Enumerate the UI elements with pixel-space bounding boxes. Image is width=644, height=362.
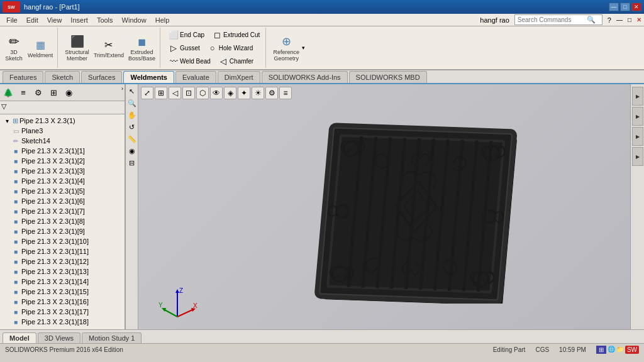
- tab-weldments[interactable]: Weldments: [123, 71, 174, 83]
- tool-more-chevron[interactable]: ›: [121, 85, 123, 99]
- tree-item-pipe-15[interactable]: ■ Pipe 21.3 X 2.3(1)[15]: [10, 287, 123, 297]
- vp-zoom-area[interactable]: ⊞: [155, 87, 167, 99]
- tree-item-pipe-14[interactable]: ■ Pipe 21.3 X 2.3(1)[14]: [10, 277, 123, 287]
- tab-evaluate[interactable]: Evaluate: [175, 71, 216, 83]
- tab-sketch[interactable]: Sketch: [45, 71, 80, 83]
- left-tool-select[interactable]: ↖: [126, 85, 138, 97]
- vp-zoom-fit[interactable]: ⤢: [141, 87, 153, 99]
- more-tools-chevron[interactable]: ▾: [302, 45, 305, 51]
- right-panel-scenes[interactable]: ▶: [632, 107, 643, 126]
- tree-item-pipe-7[interactable]: ■ Pipe 21.3 X 2.3(1)[7]: [10, 206, 123, 216]
- tab-solidworks-mbd[interactable]: SOLIDWORKS MBD: [349, 71, 427, 83]
- tool-property-manager[interactable]: ≡: [16, 85, 30, 99]
- tool-feature-manager[interactable]: 🌲: [1, 85, 15, 99]
- menu-view[interactable]: View: [43, 15, 66, 25]
- taskbar-ie[interactable]: 🌐: [608, 346, 615, 354]
- vp-render[interactable]: ✦: [238, 87, 250, 99]
- bottom-tab-motion-study[interactable]: Motion Study 1: [82, 332, 142, 343]
- tab-solidworks-addins[interactable]: SOLIDWORKS Add-Ins: [262, 71, 348, 83]
- vp-view-orient[interactable]: ⬡: [196, 87, 209, 99]
- tree-item-pipe-5[interactable]: ■ Pipe 21.3 X 2.3(1)[5]: [10, 186, 123, 196]
- menu-insert[interactable]: Insert: [67, 15, 92, 25]
- tree-item-pipe-12[interactable]: ■ Pipe 21.3 X 2.3(1)[12]: [10, 256, 123, 266]
- tree-item-pipe-19[interactable]: ■ Pipe 21.3 X 2.3(1)[19]: [10, 327, 123, 329]
- tree-item-pipe-1[interactable]: ■ Pipe 21.3 X 2.3(1)[1]: [10, 146, 123, 156]
- tree-item-sketch14[interactable]: ✏ Sketch14: [10, 136, 123, 146]
- left-tool-measure[interactable]: 📏: [126, 133, 138, 145]
- tree-item-pipe-13[interactable]: ■ Pipe 21.3 X 2.3(1)[13]: [10, 266, 123, 277]
- toolbar-extruded-boss[interactable]: ◼ ExtrudedBoss/Base: [126, 32, 157, 63]
- toolbar-3dsketch[interactable]: ✏ 3DSketch: [3, 32, 25, 63]
- vp-more[interactable]: ≡: [279, 87, 292, 99]
- tree-item-pipe-8[interactable]: ■ Pipe 21.3 X 2.3(1)[8]: [10, 216, 123, 226]
- taskbar-start[interactable]: ⊞: [596, 346, 606, 354]
- toolbar-trim-extend[interactable]: ✂ Trim/Extend: [92, 35, 126, 60]
- tool-dim-xpert-manager[interactable]: ⊞: [47, 85, 60, 99]
- toolbar-reference-geometry[interactable]: ⊕ ReferenceGeometry: [271, 32, 301, 63]
- menu-tools[interactable]: Tools: [93, 15, 117, 25]
- bottom-tab-3dviews[interactable]: 3D Views: [38, 332, 80, 343]
- left-tool-rotate[interactable]: ↺: [126, 121, 138, 133]
- tree-item-pipe-10[interactable]: ■ Pipe 21.3 X 2.3(1)[10]: [10, 236, 123, 246]
- tree-item-pipe-11[interactable]: ■ Pipe 21.3 X 2.3(1)[11]: [10, 246, 123, 256]
- tree-item-pipe-4[interactable]: ■ Pipe 21.3 X 2.3(1)[4]: [10, 176, 123, 186]
- window-controls[interactable]: — □ ✕: [609, 3, 641, 11]
- left-tool-appearance[interactable]: ◉: [126, 145, 138, 156]
- right-panel-appearances[interactable]: ▶: [632, 87, 643, 106]
- tool-display-manager[interactable]: ◉: [62, 85, 75, 99]
- help-icon[interactable]: ?: [608, 16, 611, 24]
- tree-item-pipe-6[interactable]: ■ Pipe 21.3 X 2.3(1)[6]: [10, 196, 123, 206]
- minimize-button[interactable]: —: [609, 3, 619, 11]
- right-panel-decals[interactable]: ▶: [632, 127, 643, 146]
- toolbar-chamfer[interactable]: ◁ Chamfer: [215, 55, 257, 67]
- taskbar-sw[interactable]: SW: [625, 346, 639, 354]
- tree-root-expand-icon[interactable]: ▾: [3, 116, 11, 125]
- feature-tree[interactable]: ▾ ⊞ Pipe 21.3 X 2.3(1) ▭ Plane3 ✏ Sketch…: [0, 114, 125, 329]
- tree-item-pipe-16[interactable]: ■ Pipe 21.3 X 2.3(1)[16]: [10, 297, 123, 307]
- vp-hide-show[interactable]: 👁: [210, 87, 223, 99]
- left-tool-zoom[interactable]: 🔍: [126, 97, 138, 109]
- viewport[interactable]: ⤢ ⊞ ◁ ⊡ ⬡ 👁 ◈ ✦ ☀ ⚙ ≡: [138, 84, 644, 329]
- menu-window[interactable]: Window: [118, 15, 150, 25]
- toolbar-weld-bead[interactable]: 〰 Weld Bead: [165, 55, 214, 67]
- toolbar-hole-wizard[interactable]: ○ Hole Wizard: [204, 41, 256, 54]
- vp-apply-scene[interactable]: ☀: [252, 87, 264, 99]
- filter-icon[interactable]: ▽: [1, 102, 11, 112]
- taskbar-folder[interactable]: 📁: [616, 346, 624, 354]
- bottom-tab-model[interactable]: Model: [3, 332, 36, 343]
- window-max-icon[interactable]: □: [628, 16, 631, 23]
- vp-view-setting[interactable]: ⚙: [265, 87, 278, 99]
- tree-item-plane3[interactable]: ▭ Plane3: [10, 126, 123, 136]
- left-tool-section[interactable]: ⊟: [126, 157, 138, 168]
- vp-section-view[interactable]: ⊡: [182, 87, 195, 99]
- tree-item-pipe-2[interactable]: ■ Pipe 21.3 X 2.3(1)[2]: [10, 156, 123, 166]
- toolbar-extruded-cut[interactable]: ◻ Extruded Cut: [209, 28, 263, 41]
- menu-file[interactable]: File: [3, 15, 21, 25]
- vp-display-style[interactable]: ◈: [224, 87, 236, 99]
- window-close-icon[interactable]: ✕: [636, 16, 641, 23]
- toolbar-gusset[interactable]: ▷ Gusset: [165, 41, 203, 54]
- tab-dimxpert[interactable]: DimXpert: [218, 71, 260, 83]
- left-tool-pan[interactable]: ✋: [126, 109, 138, 121]
- restore-button[interactable]: □: [620, 3, 630, 11]
- 3dsketch-label: 3DSketch: [5, 49, 23, 62]
- toolbar-structural-member[interactable]: ⬛ StructuralMember: [63, 32, 91, 63]
- tree-item-pipe-17[interactable]: ■ Pipe 21.3 X 2.3(1)[17]: [10, 307, 123, 317]
- right-panel-custom[interactable]: ▶: [632, 147, 643, 166]
- window-min-icon[interactable]: —: [616, 16, 623, 23]
- tree-item-pipe-9[interactable]: ■ Pipe 21.3 X 2.3(1)[9]: [10, 226, 123, 236]
- toolbar-weldment[interactable]: ▦ Weldment: [26, 35, 55, 60]
- tree-item-pipe-3[interactable]: ■ Pipe 21.3 X 2.3(1)[3]: [10, 166, 123, 176]
- vp-previous-view[interactable]: ◁: [169, 87, 181, 99]
- search-input[interactable]: [518, 16, 587, 23]
- menu-edit[interactable]: Edit: [23, 15, 42, 25]
- menu-help[interactable]: Help: [152, 15, 174, 25]
- tree-root[interactable]: ▾ ⊞ Pipe 21.3 X 2.3(1): [1, 116, 123, 126]
- tool-configuration-manager[interactable]: ⚙: [31, 85, 45, 99]
- tab-surfaces[interactable]: Surfaces: [81, 71, 122, 83]
- tab-features[interactable]: Features: [3, 71, 43, 83]
- tree-item-pipe-18[interactable]: ■ Pipe 21.3 X 2.3(1)[18]: [10, 317, 123, 327]
- close-button[interactable]: ✕: [631, 3, 641, 11]
- toolbar-end-cap[interactable]: ⬜ End Cap: [165, 28, 208, 41]
- search-box[interactable]: 🔍: [514, 14, 602, 25]
